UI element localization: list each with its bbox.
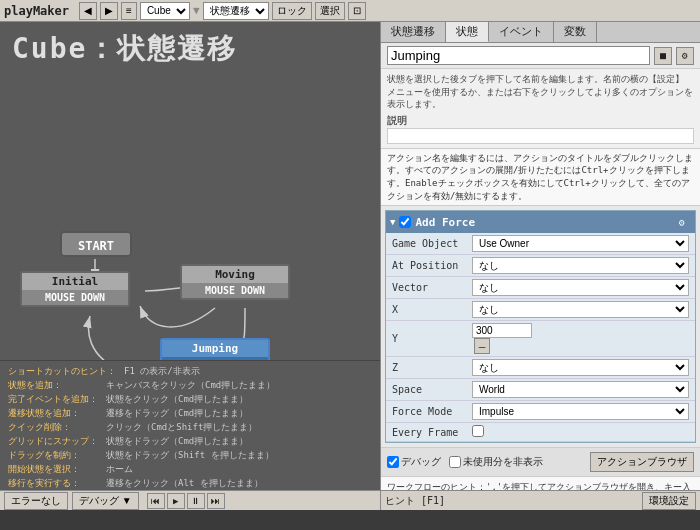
af-label: X [392, 304, 472, 315]
af-value: なし [472, 359, 689, 376]
hint-value: キャンバスをクリック（Cmd押したまま） [106, 379, 275, 392]
action-browser-btn[interactable]: アクションブラウザ [590, 452, 694, 472]
app-title: playMaker [4, 4, 69, 18]
af-input[interactable] [472, 323, 532, 338]
af-value: Impulse [472, 403, 689, 420]
prev-btn[interactable]: ◀ [79, 2, 97, 20]
settings-icon[interactable]: ⚙ [676, 47, 694, 65]
menu-btn[interactable]: ≡ [121, 2, 137, 20]
hint-key: 完了イベントを追加： [8, 393, 98, 406]
af-select[interactable]: Use Owner [472, 235, 689, 252]
hint-row: ショートカットのヒント：F1 の表示/非表示 [8, 365, 372, 378]
state-start[interactable]: START [60, 231, 132, 257]
af-select[interactable]: World [472, 381, 689, 398]
af-checkbox[interactable] [472, 425, 484, 437]
hint-value: 遷移をクリック（Alt を押したまま） [106, 477, 263, 490]
env-settings-btn[interactable]: 環境設定 [642, 492, 696, 510]
hint-key: 遷移状態を追加： [8, 407, 98, 420]
af-label: Y [392, 333, 472, 344]
select-btn[interactable]: 選択 [315, 2, 345, 20]
tab-state[interactable]: 状態 [446, 22, 489, 42]
af-minus-btn[interactable]: — [474, 338, 490, 354]
play-btn[interactable]: ▶ [167, 493, 185, 509]
fsm-select[interactable]: Cube [140, 2, 190, 20]
af-field-row: Xなし [386, 299, 695, 321]
state-jumping-name: Jumping [162, 340, 268, 357]
af-value: Use Owner [472, 235, 689, 252]
state-jumping-event: FINISHED [162, 357, 268, 360]
af-field-row: Game ObjectUse Owner [386, 233, 695, 255]
instructions-text: 状態を選択した後タブを押下して名前を編集します。名前の横の【設定】 メニューを使… [387, 73, 694, 111]
af-value: なし [472, 301, 689, 318]
af-label: Game Object [392, 238, 472, 249]
state-initial-name: Initial [22, 273, 128, 290]
af-label: Space [392, 384, 472, 395]
color-icon[interactable]: ■ [654, 47, 672, 65]
hint-row: グリッドにスナップ：状態をドラッグ（Cmd押したまま） [8, 435, 372, 448]
hint-value: 状態をドラッグ（Shift を押したまま） [106, 449, 274, 462]
right-panel: 状態遷移 状態 イベント 変数 ■ ⚙ 状態を選択した後タブを押下して名前を編集… [380, 22, 700, 510]
af-field-row: Y— [386, 321, 695, 357]
af-field-row: Zなし [386, 357, 695, 379]
hint-row: 開始状態を選択：ホーム [8, 463, 372, 476]
af-select[interactable]: なし [472, 257, 689, 274]
stop-btn[interactable]: ⏭ [207, 493, 225, 509]
canvas-area[interactable]: START Initial MOUSE DOWN Moving MOUSE DO… [0, 76, 380, 360]
tab-state-transition[interactable]: 状態遷移 [381, 22, 446, 42]
pause-btn[interactable]: ⏸ [187, 493, 205, 509]
add-force-enable[interactable] [399, 216, 411, 228]
af-select[interactable]: Impulse [472, 403, 689, 420]
debug-label: デバッグ [401, 455, 441, 469]
af-settings-icon[interactable]: ⚙ [673, 213, 691, 231]
tab-variable[interactable]: 変数 [554, 22, 597, 42]
page-title: Cube：状態遷移 [0, 22, 380, 76]
desc-area: 状態を選択した後タブを押下して名前を編集します。名前の横の【設定】 メニューを使… [381, 69, 700, 149]
af-select[interactable]: なし [472, 301, 689, 318]
af-label: Every Frame [392, 427, 472, 438]
bottom-right-controls: デバッグ 未使用分を非表示 アクションブラウザ [381, 447, 700, 476]
hint-key: 移行を実行する： [8, 477, 98, 490]
unused-checkbox[interactable] [449, 456, 461, 468]
hint-row: ドラッグを制約：状態をドラッグ（Shift を押したまま） [8, 449, 372, 462]
state-jumping[interactable]: Jumping FINISHED [160, 338, 270, 360]
desc-label: 説明 [387, 114, 694, 128]
add-force-label: Add Force [415, 216, 669, 229]
mode-select[interactable]: 状態遷移 [203, 2, 269, 20]
hints-area: ショートカットのヒント：F1 の表示/非表示状態を追加：キャンバスをクリック（C… [0, 360, 380, 490]
hint-row: 移行を実行する：遷移をクリック（Alt を押したまま） [8, 477, 372, 490]
lock-btn[interactable]: ロック [272, 2, 312, 20]
af-value: — [472, 323, 689, 354]
main-area: Cube：状態遷移 [0, 22, 700, 510]
af-field-row: SpaceWorld [386, 379, 695, 401]
hint-row: クイック削除：クリック（CmdとShift押したまま） [8, 421, 372, 434]
hint-value: 遷移をドラッグ（Cmd押したまま） [106, 407, 248, 420]
hint-value: 状態をクリック（Cmd押したまま） [106, 393, 248, 406]
desc-edit[interactable] [387, 128, 694, 144]
debug-checkbox[interactable] [387, 456, 399, 468]
state-name-row: ■ ⚙ [381, 43, 700, 69]
state-moving[interactable]: Moving MOUSE DOWN [180, 264, 290, 300]
af-value: なし [472, 279, 689, 296]
af-field-row: At Positionなし [386, 255, 695, 277]
hint-key: クイック削除： [8, 421, 98, 434]
status-bar-right: ヒント [F1] 環境設定 [381, 490, 700, 510]
state-name-input[interactable] [387, 46, 650, 65]
right-tabs: 状態遷移 状態 イベント 変数 [381, 22, 700, 43]
add-force-block: ▼ Add Force ⚙ Game ObjectUse OwnerAt Pos… [385, 210, 696, 443]
state-moving-name: Moving [182, 266, 288, 283]
expand-btn[interactable]: ⊡ [348, 2, 366, 20]
state-moving-event: MOUSE DOWN [182, 283, 288, 298]
state-initial[interactable]: Initial MOUSE DOWN [20, 271, 130, 307]
play-prev-btn[interactable]: ⏮ [147, 493, 165, 509]
hint-key: 状態を追加： [8, 379, 98, 392]
hint-key: ショートカットのヒント： [8, 365, 116, 378]
expand-icon[interactable]: ▼ [390, 217, 395, 227]
action-instructions: アクション名を編集するには、アクションのタイトルをダブルクリックします。すべての… [381, 149, 700, 206]
error-btn[interactable]: エラーなし [4, 492, 68, 510]
debug-btn[interactable]: デバッグ ▼ [72, 492, 139, 510]
next-btn[interactable]: ▶ [100, 2, 118, 20]
af-select[interactable]: なし [472, 359, 689, 376]
tab-event[interactable]: イベント [489, 22, 554, 42]
af-field-row: Force ModeImpulse [386, 401, 695, 423]
af-select[interactable]: なし [472, 279, 689, 296]
